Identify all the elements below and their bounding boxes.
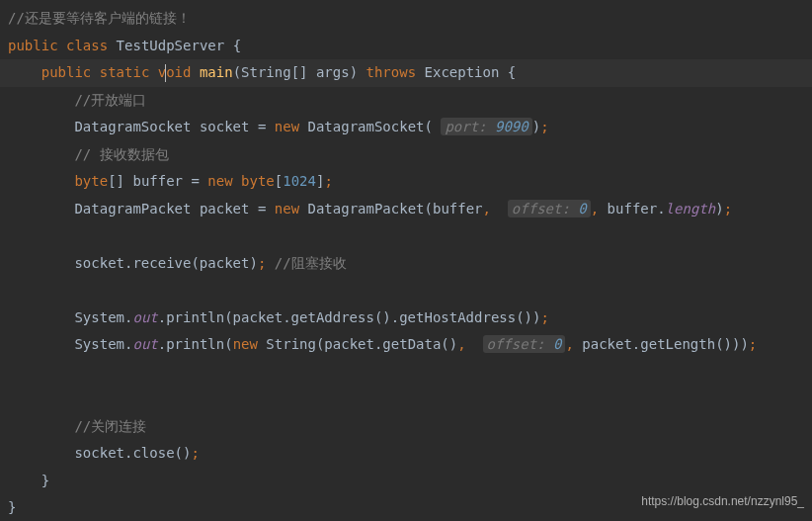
code-line: DatagramPacket packet = new DatagramPack… [8, 196, 804, 223]
inline-hint: offset: 0 [508, 200, 591, 217]
code-line [8, 359, 804, 387]
code-line: //还是要等待客户端的链接！ [8, 5, 804, 33]
inline-hint: port: 9090 [441, 118, 531, 135]
inline-hint: offset: 0 [483, 335, 566, 353]
code-line: socket.receive(packet); //阻塞接收 [8, 250, 804, 278]
code-line: socket.close(); [8, 440, 804, 468]
code-line [8, 277, 804, 304]
code-line: DatagramSocket socket = new DatagramSock… [8, 114, 804, 141]
code-line: System.out.println(packet.getAddress().g… [8, 304, 804, 332]
code-line: //关闭连接 [8, 413, 804, 441]
code-line: // 接收数据包 [8, 141, 804, 169]
code-line: public class TestUdpServer { [8, 33, 804, 60]
code-line: byte[] buffer = new byte[1024]; [8, 168, 804, 196]
code-line-active: public static void main(String[] args) t… [0, 59, 812, 87]
comment-text: //还是要等待客户端的链接！ [8, 10, 191, 26]
code-line [8, 386, 804, 413]
code-line: //开放端口 [8, 87, 804, 115]
watermark-text: https://blog.csdn.net/nzzynl95_ [641, 488, 804, 516]
code-line [8, 222, 804, 250]
code-editor[interactable]: //还是要等待客户端的链接！ public class TestUdpServe… [0, 0, 812, 521]
code-line: System.out.println(new String(packet.get… [8, 331, 804, 359]
